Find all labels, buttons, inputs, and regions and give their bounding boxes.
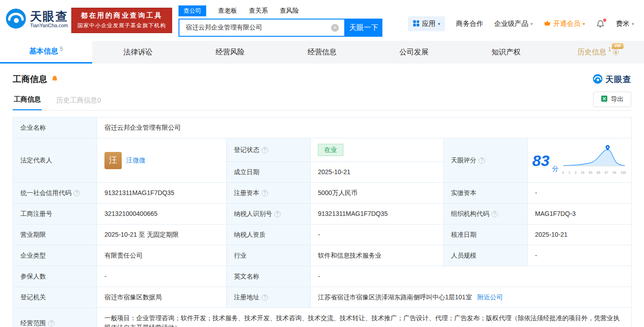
org-code-value: MAG1F7DQ-3 (528, 204, 632, 225)
apps-grid-icon (413, 20, 420, 28)
logo-title: 天眼查 (30, 10, 68, 23)
field-label: 核准日期 (444, 225, 528, 245)
tab-operation-info[interactable]: 经营信息 (276, 41, 368, 63)
score-axis-tick: 85 (597, 171, 600, 176)
search-button[interactable]: 天眼一下 (345, 19, 382, 37)
search-tab-risk[interactable]: 查风险 (280, 7, 299, 15)
apps-menu[interactable]: 应用 ▾ (408, 16, 445, 31)
field-label: 企业名称 (13, 117, 97, 138)
score-unit: 分 (552, 164, 559, 174)
help-icon[interactable]: ? (274, 211, 281, 217)
legal-rep-link[interactable]: 汪微微 (126, 156, 145, 165)
field-label: 成立日期 (227, 162, 311, 183)
username: 费米 (616, 20, 629, 28)
nav-cooperation[interactable]: 商务合作 (456, 20, 483, 28)
field-label: 纳税人识别号? (227, 204, 311, 225)
table-row: 参保人数 - 英文名称 - (13, 266, 632, 287)
help-icon[interactable]: ? (262, 147, 268, 153)
logo-subtitle: TianYanCha.com (30, 23, 68, 28)
tab-history-info[interactable]: VIP 历史信息 1 (552, 41, 644, 63)
score-axis: 0 1 3 15 50 85 97 99 100 (562, 171, 626, 176)
apps-label: 应用 (422, 20, 436, 28)
field-label: 登记状态? (227, 138, 311, 162)
table-row: 登记机关 宿迁市宿豫区数据局 注册地址? 江苏省宿迁市宿豫区洪泽湖东路南侧呼叫中… (13, 287, 632, 308)
nav-user-menu[interactable]: 费米 ▾ (616, 20, 634, 28)
crown-icon (544, 20, 551, 28)
field-label: 行业 (227, 245, 311, 266)
tianyancha-logo-icon (5, 8, 26, 30)
search-tab-company[interactable]: 查公司 (178, 5, 206, 16)
tab-basic-info[interactable]: 基本信息 5 (0, 41, 92, 63)
business-info-table: 企业名称 宿迁云邦企业管理有限公司 法定代表人 汪 汪微微 登记状态? 在业 天… (13, 117, 632, 327)
help-icon[interactable]: ? (491, 211, 498, 217)
field-label: 天眼评分? (444, 138, 528, 183)
search-tab-boss[interactable]: 查老板 (218, 7, 237, 15)
authority-value: 宿迁市宿豫区数据局 (97, 287, 227, 308)
address-cell: 江苏省宿迁市宿豫区洪泽湖东路南侧呼叫中心1层101室 附近公司 (311, 287, 632, 308)
field-label: 企业类型 (13, 245, 97, 266)
avatar[interactable]: 汪 (104, 152, 122, 169)
help-icon[interactable]: ? (262, 294, 268, 301)
field-label: 经营范围? (13, 308, 97, 327)
legal-rep-cell: 汪 汪微微 (97, 138, 227, 183)
chevron-down-icon: ▾ (530, 21, 533, 26)
subscribe-bell-icon[interactable] (51, 75, 59, 84)
tab-company-development[interactable]: 公司发展 (368, 41, 460, 63)
field-label: 组织机构代码? (444, 204, 528, 225)
field-label: 统一社会信用代码? (13, 183, 97, 204)
score-axis-tick: 0 (562, 171, 564, 176)
est-date-value: 2025-10-21 (311, 162, 444, 183)
chevron-down-icon: ▾ (632, 21, 634, 26)
score-axis-tick: 50 (589, 171, 592, 176)
table-row: 统一社会信用代码? 91321311MAG1F7DQ35 注册资本? 5000万… (13, 183, 632, 204)
help-icon[interactable]: ? (262, 190, 268, 196)
search-tab-relation[interactable]: 查关系 (249, 7, 268, 15)
field-label: 注册资本? (227, 183, 311, 204)
search-tabs: 查公司 查老板 查关系 查风险 (178, 5, 382, 16)
brand-watermark: 天眼查 (593, 74, 631, 85)
tab-intellectual-property[interactable]: 知识产权 (460, 41, 552, 63)
subtab-history-business-info[interactable]: 历史工商信息0 (55, 93, 102, 110)
term-value: 2025-10-21 至 无固定期限 (97, 225, 227, 245)
subtab-row: 工商信息 历史工商信息0 导出 (13, 92, 631, 111)
help-icon[interactable]: ? (479, 157, 485, 164)
field-label: 法定代表人 (13, 138, 97, 183)
address-value: 江苏省宿迁市宿豫区洪泽湖东路南侧呼叫中心1层101室 (318, 293, 472, 301)
main-nav-tabs: 基本信息 5 法律诉讼 经营风险 经营信息 公司发展 知识产权 VIP 历史信息… (0, 41, 644, 63)
nav-open-membership[interactable]: 开通会员 ▾ (544, 20, 585, 28)
table-row: 营业期限 2025-10-21 至 无固定期限 纳税人资质 - 核准日期 202… (13, 225, 632, 245)
chevron-down-icon: ▾ (438, 21, 440, 26)
nearby-companies-link[interactable]: 附近公司 (477, 293, 503, 301)
tab-legal-litigation[interactable]: 法律诉讼 (92, 41, 184, 63)
field-label: 纳税人资质 (227, 225, 311, 245)
field-label: 实缴资本 (444, 183, 528, 204)
subtab-business-info[interactable]: 工商信息 (13, 92, 42, 110)
score-axis-tick: 3 (575, 171, 576, 176)
help-icon[interactable]: ? (48, 320, 54, 327)
table-row: 企业名称 宿迁云邦企业管理有限公司 (13, 117, 632, 138)
tab-count: 1 (608, 46, 611, 53)
tianyancha-logo-icon (593, 74, 603, 85)
tab-operation-risk[interactable]: 经营风险 (184, 41, 276, 63)
notification-dot (603, 19, 606, 22)
notification-bell-icon[interactable] (596, 20, 605, 29)
page-title: 工商信息 (13, 73, 47, 85)
table-row: 工商注册号 321321000400665 纳税人识别号? 91321311MA… (13, 204, 632, 225)
field-label: 工商注册号 (13, 204, 97, 225)
score-axis-tick: 100 (620, 171, 626, 176)
clear-icon[interactable]: × (331, 24, 339, 32)
business-scope-value: 一般项目：企业管理咨询；软件开发；技术服务、技术开发、技术咨询、技术交流、技术转… (97, 308, 632, 327)
score-value: 83 (532, 153, 550, 168)
score-cell: 83 分 0 1 3 15 50 (528, 138, 632, 183)
tianyancha-logo[interactable]: 天眼查 TianYanCha.com (5, 8, 68, 30)
chevron-down-icon: ▾ (583, 21, 585, 26)
search-input-wrap: × (178, 19, 345, 37)
en-name-value: - (311, 266, 632, 287)
nav-enterprise-products[interactable]: 企业级产品 ▾ (494, 20, 533, 28)
export-button[interactable]: 导出 (593, 92, 631, 107)
paid-capital-value: - (528, 183, 632, 204)
field-label: 营业期限 (13, 225, 97, 245)
help-icon[interactable]: ? (74, 190, 80, 196)
score-axis-tick: 97 (604, 171, 608, 176)
search-input[interactable] (185, 24, 331, 32)
